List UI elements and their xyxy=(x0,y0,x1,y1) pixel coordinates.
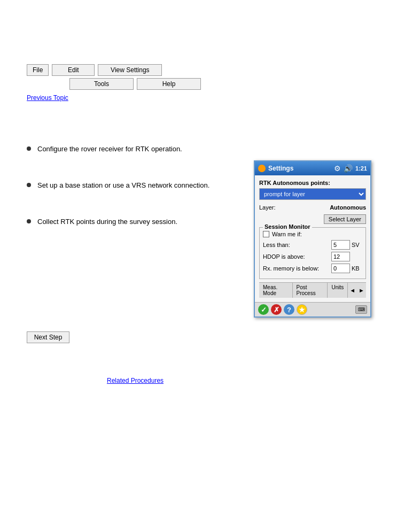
bullet-item-2: Set up a base station or use a VRS netwo… xyxy=(27,181,240,190)
warn-label: Warn me if: xyxy=(272,231,302,237)
previous-topic-link[interactable]: Previous Topic xyxy=(27,94,201,102)
less-than-label: Less than: xyxy=(263,242,331,248)
bullet-dot-3 xyxy=(27,219,31,223)
tools-button[interactable]: Tools xyxy=(69,78,134,90)
session-monitor-title: Session Monitor xyxy=(263,223,312,230)
select-layer-button[interactable]: Select Layer xyxy=(324,214,366,224)
tab-meas-mode[interactable]: Meas. Mode xyxy=(259,283,293,298)
dialog-title-icon xyxy=(258,165,266,172)
bullet-text-2: Set up a base station or use a VRS netwo… xyxy=(37,181,209,190)
dialog-title-text: Settings xyxy=(268,165,293,172)
bullet-item-3: Collect RTK points during the survey ses… xyxy=(27,217,240,227)
top-bar-row1: File Edit View Settings xyxy=(27,64,201,76)
hdop-row: HDOP is above: xyxy=(263,252,362,261)
dialog-titlebar: Settings ⚙ 🔊 1:21 xyxy=(255,161,370,175)
settings-gear-icon[interactable]: ⚙ xyxy=(334,164,341,173)
top-bar-row2: Tools Help xyxy=(69,78,201,90)
file-button[interactable]: File xyxy=(27,64,49,76)
dialog-title-left: Settings xyxy=(258,165,293,172)
help-dialog-button[interactable]: ? xyxy=(284,304,294,315)
less-than-row: Less than: SV xyxy=(263,240,362,250)
cancel-button[interactable]: ✗ xyxy=(271,304,282,315)
next-step-button[interactable]: Next Step xyxy=(27,331,69,343)
favorite-button[interactable]: ★ xyxy=(297,304,307,315)
warn-checkbox[interactable] xyxy=(263,231,269,237)
warn-row: Warn me if: xyxy=(263,231,362,237)
related-procedures-link[interactable]: Related Procedures xyxy=(107,377,164,384)
tab-post-process[interactable]: Post Process xyxy=(293,283,328,298)
ok-button[interactable]: ✓ xyxy=(258,304,269,315)
dialog-title-controls: ⚙ 🔊 1:21 xyxy=(334,164,367,173)
rx-memory-label: Rx. memory is below: xyxy=(263,265,331,272)
layer-name: Autonomous xyxy=(330,204,366,211)
bullet-dot-1 xyxy=(27,146,31,151)
hdop-input[interactable] xyxy=(331,252,350,261)
layer-row: Layer: Autonomous xyxy=(259,203,366,211)
less-than-unit: SV xyxy=(352,242,362,248)
bullet-item-1: Configure the rover receiver for RTK ope… xyxy=(27,144,240,154)
content-area: Configure the rover receiver for RTK ope… xyxy=(27,144,240,254)
settings-dialog: Settings ⚙ 🔊 1:21 RTK Autonomous points:… xyxy=(254,160,371,318)
rx-memory-input[interactable] xyxy=(331,264,350,273)
less-than-input[interactable] xyxy=(331,240,350,250)
rx-memory-row: Rx. memory is below: KB xyxy=(263,264,362,273)
rtk-label: RTK Autonomous points: xyxy=(259,180,366,186)
bullet-text-3: Collect RTK points during the survey ses… xyxy=(37,217,177,227)
layer-label: Layer: xyxy=(259,204,276,211)
speaker-icon[interactable]: 🔊 xyxy=(344,164,353,173)
tab-next-arrow[interactable]: ► xyxy=(357,287,366,293)
top-bar: File Edit View Settings Tools Help Previ… xyxy=(27,64,201,102)
rtk-dropdown-row: prompt for layer xyxy=(259,188,366,200)
hdop-label: HDOP is above: xyxy=(263,253,331,260)
help-button[interactable]: Help xyxy=(137,78,201,90)
edit-button[interactable]: Edit xyxy=(52,64,95,76)
tab-units[interactable]: Units xyxy=(328,283,348,298)
dialog-time: 1:21 xyxy=(355,165,367,172)
dialog-tabs: Meas. Mode Post Process Units ◄ ► xyxy=(259,282,366,298)
dialog-footer: ✓ ✗ ? ★ ⌨ xyxy=(255,302,370,316)
bullet-text-1: Configure the rover receiver for RTK ope… xyxy=(37,144,182,154)
rx-memory-unit: KB xyxy=(352,265,362,272)
bullet-dot-2 xyxy=(27,183,31,187)
session-monitor-group: Session Monitor Warn me if: Less than: S… xyxy=(259,227,366,279)
view-settings-button[interactable]: View Settings xyxy=(98,64,162,76)
keyboard-icon[interactable]: ⌨ xyxy=(355,305,367,314)
tab-prev-arrow[interactable]: ◄ xyxy=(348,287,357,293)
rtk-dropdown[interactable]: prompt for layer xyxy=(259,188,366,200)
tab-nav-arrows: ◄ ► xyxy=(348,283,366,298)
dialog-body: RTK Autonomous points: prompt for layer … xyxy=(255,175,370,302)
